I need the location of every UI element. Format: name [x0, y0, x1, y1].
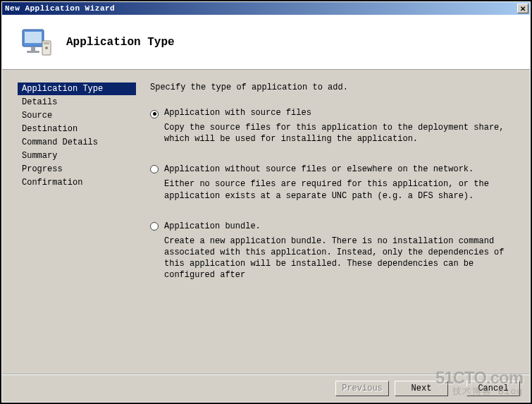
- wizard-content: Specify the type of application to add. …: [136, 70, 530, 373]
- sidebar-item-application-type[interactable]: Application Type: [18, 82, 136, 95]
- svg-rect-3: [27, 51, 39, 53]
- next-button[interactable]: Next: [395, 381, 448, 396]
- option-without-source[interactable]: Application without source files or else…: [150, 164, 509, 214]
- sidebar-item-command-details[interactable]: Command Details: [18, 136, 136, 149]
- sidebar-item-destination[interactable]: Destination: [18, 123, 136, 135]
- sidebar-item-confirmation[interactable]: Confirmation: [18, 176, 136, 189]
- cancel-button[interactable]: Cancel: [466, 381, 520, 396]
- previous-button: Previous: [335, 381, 389, 396]
- wizard-body: Application Type Details Source Destinat…: [2, 70, 530, 373]
- option-label: Application bundle.: [164, 221, 509, 231]
- close-button[interactable]: ✕: [517, 4, 528, 13]
- wizard-header: Application Type: [2, 15, 530, 70]
- sidebar-item-details[interactable]: Details: [18, 96, 136, 109]
- wizard-window: New Application Wizard ✕ Application Typ…: [2, 2, 530, 402]
- option-label: Application without source files or else…: [164, 164, 509, 174]
- radio-without-source[interactable]: [150, 165, 159, 173]
- option-desc: Create a new application bundle. There i…: [164, 235, 509, 281]
- sidebar-item-summary[interactable]: Summary: [18, 149, 136, 162]
- svg-rect-2: [31, 47, 35, 51]
- wizard-steps-sidebar: Application Type Details Source Destinat…: [2, 70, 136, 373]
- window-title: New Application Wizard: [4, 4, 115, 13]
- svg-rect-5: [44, 42, 49, 44]
- svg-rect-1: [25, 32, 42, 43]
- close-icon: ✕: [520, 5, 526, 13]
- application-icon: [20, 25, 54, 59]
- content-heading: Specify the type of application to add.: [150, 82, 509, 92]
- wizard-footer: Previous Next Cancel: [2, 374, 530, 402]
- sidebar-item-progress[interactable]: Progress: [18, 163, 136, 176]
- svg-point-6: [45, 47, 48, 49]
- option-desc: Copy the source files for this applicati…: [164, 122, 509, 145]
- page-title: Application Type: [66, 36, 175, 49]
- option-with-source[interactable]: Application with source files Copy the s…: [150, 108, 509, 157]
- titlebar: New Application Wizard ✕: [2, 2, 530, 15]
- radio-bundle[interactable]: [150, 222, 159, 231]
- option-desc: Either no source files are required for …: [164, 178, 509, 201]
- option-label: Application with source files: [164, 108, 509, 118]
- option-bundle[interactable]: Application bundle. Create a new applica…: [150, 221, 509, 294]
- radio-with-source[interactable]: [150, 110, 159, 118]
- sidebar-item-source[interactable]: Source: [18, 109, 136, 122]
